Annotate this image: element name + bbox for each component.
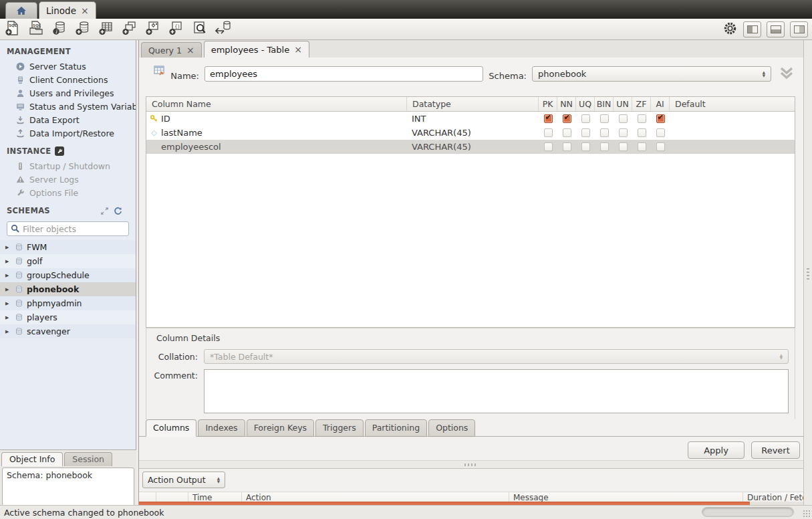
expander-icon[interactable]: ▶	[5, 315, 11, 320]
header-ai[interactable]: AI	[651, 97, 670, 111]
tab-columns[interactable]: Columns	[146, 419, 196, 437]
right-panel-sash[interactable]	[803, 40, 812, 505]
header-bin[interactable]: BIN	[595, 97, 614, 111]
expander-icon[interactable]: ▶	[5, 259, 11, 264]
header-uq[interactable]: UQ	[576, 97, 595, 111]
sidebar-item-options-file[interactable]: Options File	[0, 186, 136, 199]
table-name-input[interactable]	[205, 66, 483, 82]
tab-partitioning[interactable]: Partitioning	[365, 419, 427, 437]
toggle-left-sidebar-button[interactable]	[743, 21, 761, 37]
expander-icon[interactable]: ▶	[5, 329, 11, 334]
create-table-button[interactable]	[97, 20, 116, 38]
expand-schemas-icon[interactable]	[100, 207, 109, 215]
tab-query-1[interactable]: Query 1 ×	[141, 42, 202, 58]
header-default[interactable]: Default	[670, 97, 795, 111]
header-pk[interactable]: PK	[539, 97, 557, 111]
expander-icon[interactable]: ▶	[5, 287, 11, 292]
create-function-button[interactable]: {)	[167, 20, 186, 38]
sidebar-item-system-variables[interactable]: Status and System Variables	[0, 100, 136, 113]
checkbox-ai[interactable]	[656, 142, 665, 151]
create-schema-button[interactable]	[74, 20, 92, 38]
schema-item-fwm[interactable]: ▶ FWM	[0, 240, 136, 254]
schema-item-groupschedule[interactable]: ▶ groupSchedule	[0, 268, 136, 282]
checkbox-uq[interactable]	[581, 128, 590, 137]
search-table-data-button[interactable]	[190, 20, 209, 38]
checkbox-bin[interactable]	[600, 114, 609, 123]
tab-options[interactable]: Options	[428, 419, 475, 437]
checkbox-nn[interactable]	[563, 114, 571, 123]
checkbox-un[interactable]	[619, 142, 628, 151]
sidebar-item-server-logs[interactable]: Server Logs	[0, 173, 136, 186]
tab-triggers[interactable]: Triggers	[315, 419, 364, 437]
checkbox-ai[interactable]	[656, 114, 665, 123]
schema-item-scavenger[interactable]: ▶ scavenger	[0, 324, 136, 338]
checkbox-un[interactable]	[619, 114, 628, 123]
schema-select[interactable]: phonebook ▲▼	[532, 66, 771, 82]
schema-item-phonebook[interactable]: ▶ phonebook	[0, 282, 136, 296]
header-column-name[interactable]: Column Name	[146, 97, 407, 111]
output-view-select[interactable]: Action Output ▲▼	[142, 472, 225, 488]
checkbox-uq[interactable]	[581, 142, 590, 151]
checkbox-zf[interactable]	[638, 114, 646, 123]
schema-item-golf[interactable]: ▶ golf	[0, 254, 136, 268]
checkbox-bin[interactable]	[600, 142, 609, 151]
checkbox-bin[interactable]	[600, 128, 609, 137]
create-view-button[interactable]	[120, 20, 139, 38]
tab-session[interactable]: Session	[64, 452, 112, 466]
schema-item-players[interactable]: ▶ players	[0, 310, 136, 324]
header-zf[interactable]: ZF	[632, 97, 651, 111]
checkbox-pk[interactable]	[544, 142, 553, 151]
checkbox-pk[interactable]	[544, 128, 553, 137]
close-icon[interactable]: ×	[186, 45, 194, 55]
column-row-employeescol[interactable]: employeescol VARCHAR(45)	[146, 140, 795, 154]
new-sql-tab-button[interactable]: SQL	[3, 20, 22, 38]
checkbox-pk[interactable]	[544, 114, 553, 123]
resize-grip-icon[interactable]	[803, 510, 811, 518]
header-un[interactable]: UN	[614, 97, 632, 111]
schema-filter-input[interactable]	[23, 224, 127, 234]
tab-employees-table[interactable]: employees - Table ×	[204, 41, 309, 58]
apply-button[interactable]: Apply	[688, 441, 745, 459]
reconnect-dbms-button[interactable]	[214, 20, 233, 38]
preferences-button[interactable]	[722, 20, 738, 38]
checkbox-ai[interactable]	[656, 128, 665, 137]
checkbox-nn[interactable]	[563, 128, 571, 137]
header-nn[interactable]: NN	[557, 97, 576, 111]
schema-inspector-button[interactable]: i	[50, 20, 69, 38]
checkbox-uq[interactable]	[581, 114, 590, 123]
open-sql-script-button[interactable]: SQL	[27, 20, 45, 38]
header-datatype[interactable]: Datatype	[407, 97, 539, 111]
sidebar-item-data-import[interactable]: Data Import/Restore	[0, 126, 136, 140]
expand-header-chevron-icon[interactable]	[779, 66, 795, 84]
tab-foreign-keys[interactable]: Foreign Keys	[247, 419, 314, 437]
home-tab[interactable]	[5, 2, 37, 19]
column-row-lastname[interactable]: ◇ lastName VARCHAR(45)	[146, 126, 795, 140]
checkbox-un[interactable]	[619, 128, 628, 137]
sidebar-item-startup-shutdown[interactable]: Startup / Shutdown	[0, 159, 136, 173]
expander-icon[interactable]: ▶	[5, 273, 11, 278]
column-row-id[interactable]: ID INT	[146, 112, 795, 126]
output-splitter-handle[interactable]	[139, 460, 803, 468]
checkbox-zf[interactable]	[638, 142, 646, 151]
schema-item-phpmyadmin[interactable]: ▶ phpmyadmin	[0, 296, 136, 310]
collation-select[interactable]: *Table Default* ▲▼	[204, 349, 789, 364]
close-icon[interactable]: ×	[81, 6, 89, 15]
checkbox-nn[interactable]	[563, 142, 571, 151]
create-procedure-button[interactable]	[144, 20, 162, 38]
refresh-schemas-icon[interactable]	[114, 207, 122, 215]
checkbox-zf[interactable]	[638, 128, 646, 137]
connection-tab[interactable]: Linode ×	[39, 1, 96, 19]
tab-object-info[interactable]: Object Info	[1, 452, 63, 466]
sidebar-item-client-connections[interactable]: Client Connections	[0, 73, 136, 86]
close-icon[interactable]: ×	[294, 45, 302, 54]
expander-icon[interactable]: ▶	[5, 245, 11, 250]
comment-textarea[interactable]	[204, 369, 789, 413]
sidebar-item-users-privileges[interactable]: Users and Privileges	[0, 86, 136, 100]
toggle-bottom-panel-button[interactable]	[767, 21, 785, 37]
toggle-right-sidebar-button[interactable]	[790, 21, 808, 37]
expander-icon[interactable]: ▶	[5, 301, 11, 306]
sidebar-item-server-status[interactable]: Server Status	[0, 60, 136, 73]
tab-indexes[interactable]: Indexes	[198, 419, 245, 437]
revert-button[interactable]: Revert	[751, 441, 800, 459]
sidebar-item-data-export[interactable]: Data Export	[0, 113, 136, 126]
